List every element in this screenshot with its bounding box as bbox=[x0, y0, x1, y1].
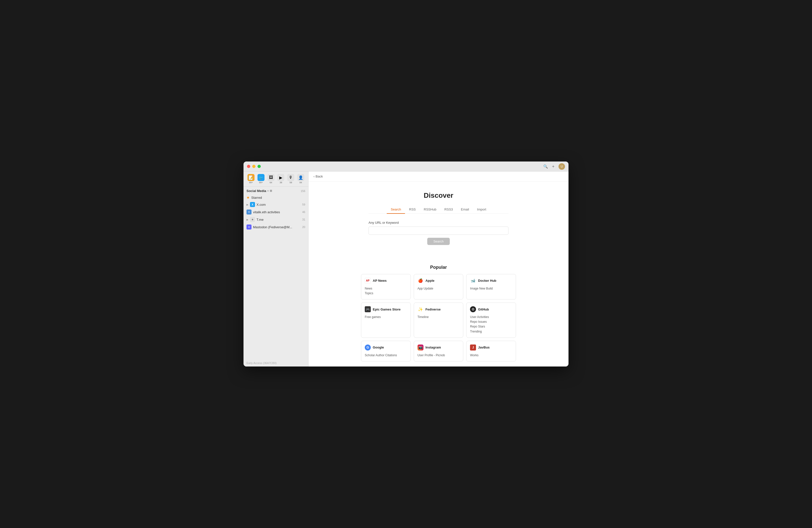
card-javbus[interactable]: J JavBus Works bbox=[466, 341, 516, 362]
tab-import[interactable]: Import bbox=[473, 205, 490, 214]
vitalik-icon: V bbox=[246, 209, 251, 215]
sidebar-item-starred[interactable]: ★ Starred bbox=[244, 194, 308, 201]
card-instagram[interactable]: 📷 Instagram User Profile - Picnob bbox=[414, 341, 464, 362]
card-docker[interactable]: 🐋 Docker Hub Image New Build bbox=[466, 274, 516, 299]
sidebar-item-tme[interactable]: ▶ ✈ T.me 31 bbox=[244, 216, 308, 223]
popular-section: Popular AP AP News News Topics bbox=[361, 265, 516, 367]
content-topbar: ‹ Back bbox=[308, 172, 568, 181]
starred-label: Starred bbox=[251, 196, 262, 200]
tme-label: T.me bbox=[257, 218, 263, 221]
sidebar-icon-mic[interactable]: 🎙 58 bbox=[286, 174, 295, 184]
sidebar-icon-twitter-badge: 99+ bbox=[259, 181, 263, 184]
card-header-github: ⚙ GitHub bbox=[470, 306, 512, 312]
xcom-icon: X bbox=[250, 202, 255, 207]
sidebar-icon-video[interactable]: ▶ 38 bbox=[276, 174, 285, 184]
sidebar-section-label: Social Media bbox=[246, 189, 266, 193]
tab-rsshub[interactable]: RSSHub bbox=[420, 205, 440, 214]
xcom-count: 59 bbox=[302, 203, 305, 206]
card-fediverse[interactable]: ✨ Fediverse Timeline bbox=[414, 303, 464, 338]
sidebar-icon-twitter[interactable]: 🐦 99+ bbox=[257, 174, 265, 184]
epic-logo: 🎮 bbox=[365, 306, 371, 312]
discover-container: Discover Search RSS RSSHub RSS3 Email Im… bbox=[363, 181, 513, 265]
card-epic[interactable]: 🎮 Epic Games Store Free games bbox=[361, 303, 411, 338]
card-google[interactable]: G Google Scholar Author Citations bbox=[361, 341, 411, 362]
sidebar-icon-image[interactable]: 🖼 64 bbox=[266, 174, 276, 184]
sidebar-icon-note[interactable]: 📝 99+ bbox=[246, 174, 256, 184]
google-logo: G bbox=[365, 344, 371, 351]
docker-item-0: Image New Build bbox=[470, 286, 512, 291]
app-window: 🔍 + U 📝 99+ 🐦 99+ 🖼 64 bbox=[244, 161, 568, 367]
xcom-label: X.com bbox=[257, 203, 266, 206]
sidebar-icon-mic-badge: 58 bbox=[290, 181, 292, 184]
back-chevron-icon: ‹ bbox=[314, 175, 315, 178]
back-button[interactable]: ‹ Back bbox=[314, 175, 323, 178]
github-item-1: Repo Issues bbox=[470, 320, 512, 324]
minimize-button[interactable] bbox=[252, 165, 256, 168]
popular-title: Popular bbox=[361, 265, 516, 270]
card-github[interactable]: ⚙ GitHub User Activities Repo Issues Rep… bbox=[466, 303, 516, 338]
vitalik-count: 46 bbox=[302, 210, 305, 214]
fediverse-name: Fediverse bbox=[425, 308, 441, 311]
search-button[interactable]: Search bbox=[427, 238, 450, 245]
search-icon[interactable]: 🔍 bbox=[543, 164, 548, 169]
chevron-icon: ▶ bbox=[246, 203, 248, 206]
content-area: ‹ Back Discover Search RSS RSSHub RSS3 E… bbox=[308, 172, 568, 367]
ap-news-name: AP News bbox=[373, 279, 387, 282]
ap-news-item-1: Topics bbox=[365, 291, 407, 296]
card-header-apple: 🍎 Apple bbox=[418, 278, 460, 284]
tme-count: 31 bbox=[302, 218, 305, 221]
list-view-icon[interactable]: ≡ bbox=[267, 189, 269, 192]
vitalik-label: vitalik.eth activities bbox=[253, 210, 280, 214]
close-button[interactable] bbox=[247, 165, 250, 168]
main-layout: 📝 99+ 🐦 99+ 🖼 64 ▶ 38 🎙 58 bbox=[244, 172, 568, 367]
back-label: Back bbox=[316, 175, 323, 178]
sidebar-icon-person[interactable]: 👤 84 bbox=[296, 174, 305, 184]
mastodon-label: Mastodon (Fediverse@M... bbox=[253, 225, 292, 229]
card-apple[interactable]: 🍎 Apple App Update bbox=[414, 274, 464, 299]
tab-rss3[interactable]: RSS3 bbox=[440, 205, 457, 214]
fediverse-item-0: Timeline bbox=[418, 315, 460, 320]
docker-name: Docker Hub bbox=[478, 279, 496, 282]
javbus-name: JavBus bbox=[478, 346, 490, 349]
instagram-logo: 📷 bbox=[418, 344, 423, 351]
github-name: GitHub bbox=[478, 308, 489, 311]
tab-rss[interactable]: RSS bbox=[405, 205, 420, 214]
google-item-0: Scholar Author Citations bbox=[365, 353, 407, 358]
epic-name: Epic Games Store bbox=[373, 308, 401, 311]
titlebar: 🔍 + U bbox=[244, 161, 568, 172]
add-icon[interactable]: + bbox=[552, 164, 554, 169]
ap-news-logo: AP bbox=[365, 278, 371, 284]
instagram-name: Instagram bbox=[425, 346, 441, 349]
search-section: Any URL or Keyword Search bbox=[368, 221, 508, 245]
sidebar-icon-video-badge: 38 bbox=[279, 181, 282, 184]
discover-title: Discover bbox=[368, 191, 508, 200]
tab-search[interactable]: Search bbox=[387, 205, 405, 214]
javbus-item-0: Works bbox=[470, 353, 512, 358]
sidebar-icon-image-badge: 64 bbox=[270, 181, 272, 184]
sidebar-section-count: 156 bbox=[301, 190, 305, 192]
maximize-button[interactable] bbox=[258, 165, 261, 168]
sidebar-item-mastodon[interactable]: M Mastodon (Fediverse@M... 20 bbox=[244, 223, 308, 231]
grid-view-icon[interactable]: ⊞ bbox=[270, 189, 272, 192]
sidebar-icon-person-badge: 84 bbox=[300, 181, 302, 184]
github-item-3: Trending bbox=[470, 329, 512, 334]
card-header-fediverse: ✨ Fediverse bbox=[418, 306, 460, 312]
sidebar-item-xcom[interactable]: ▶ X X.com 59 bbox=[244, 201, 308, 208]
javbus-logo: J bbox=[470, 344, 476, 351]
search-input[interactable] bbox=[368, 226, 508, 235]
sidebar-icon-row: 📝 99+ 🐦 99+ 🖼 64 ▶ 38 🎙 58 bbox=[244, 172, 308, 187]
avatar[interactable]: U bbox=[559, 163, 565, 170]
github-item-2: Repo Stars bbox=[470, 324, 512, 329]
instagram-item-0: User Profile - Picnob bbox=[418, 353, 460, 358]
card-header: AP AP News bbox=[365, 278, 407, 284]
card-header-epic: 🎮 Epic Games Store bbox=[365, 306, 407, 312]
github-logo: ⚙ bbox=[470, 306, 476, 312]
chevron-tme-icon: ▶ bbox=[246, 218, 248, 221]
sidebar-icon-note-badge: 99+ bbox=[249, 181, 253, 184]
epic-item-0: Free games bbox=[365, 315, 407, 320]
sidebar-item-vitalik[interactable]: V vitalik.eth activities 46 bbox=[244, 208, 308, 216]
github-item-0: User Activities bbox=[470, 315, 512, 320]
card-ap-news[interactable]: AP AP News News Topics bbox=[361, 274, 411, 299]
tab-email[interactable]: Email bbox=[457, 205, 473, 214]
sidebar: 📝 99+ 🐦 99+ 🖼 64 ▶ 38 🎙 58 bbox=[244, 172, 308, 367]
